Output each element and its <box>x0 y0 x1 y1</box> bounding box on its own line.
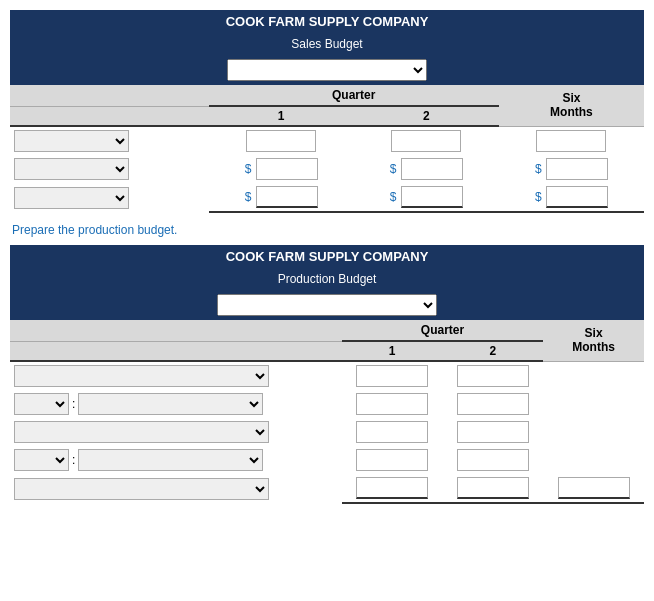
sales-dropdown-cell <box>10 55 644 85</box>
prod-row2-large-dropdown[interactable] <box>78 393 263 415</box>
sales-row2-q1-cell: $ <box>209 155 354 183</box>
prod-row4-q2-input[interactable] <box>457 449 529 471</box>
prod-row1-label-cell <box>10 361 342 390</box>
prod-row1-q2-cell <box>443 361 544 390</box>
sales-period-dropdown[interactable] <box>227 59 427 81</box>
sales-row3-six-input[interactable] <box>546 186 608 208</box>
sales-row-1 <box>10 126 644 155</box>
prod-row5-q2-input[interactable] <box>457 477 529 499</box>
prod-row4-label-cell: : <box>10 446 342 474</box>
sales-empty-header <box>10 85 209 106</box>
prod-row5-dropdown[interactable] <box>14 478 269 500</box>
prod-row-5 <box>10 474 644 503</box>
prod-row3-q2-input[interactable] <box>457 421 529 443</box>
prod-row-3 <box>10 418 644 446</box>
sales-row2-six-dollar: $ <box>535 162 542 176</box>
prod-row-1 <box>10 361 644 390</box>
sales-quarter-label: Quarter <box>209 85 499 106</box>
prod-q1-header: 1 <box>342 341 443 361</box>
sales-row3-dropdown[interactable] <box>14 187 129 209</box>
sales-row-2: $ $ $ <box>10 155 644 183</box>
prod-row2-six-cell <box>543 390 644 418</box>
prod-row3-six-cell <box>543 418 644 446</box>
prod-row5-q2-cell <box>443 474 544 503</box>
prod-row1-dropdown[interactable] <box>14 365 269 387</box>
sales-row2-q1-input[interactable] <box>256 158 318 180</box>
sales-row1-q1-input[interactable] <box>246 130 316 152</box>
sales-row-3: $ $ $ <box>10 183 644 212</box>
prod-row2-q2-input[interactable] <box>457 393 529 415</box>
prod-row4-q2-cell <box>443 446 544 474</box>
prod-company-name: COOK FARM SUPPLY COMPANY <box>10 245 644 268</box>
prod-row5-label-cell <box>10 474 342 503</box>
prod-row2-label-cell: : <box>10 390 342 418</box>
prod-quarter-label: Quarter <box>342 320 543 341</box>
instruction-text: Prepare the production budget. <box>12 223 644 237</box>
prod-row4-q1-input[interactable] <box>356 449 428 471</box>
sales-row3-q2-dollar: $ <box>390 190 397 204</box>
prod-row3-q1-input[interactable] <box>356 421 428 443</box>
prod-row4-six-cell <box>543 446 644 474</box>
sales-row3-q1-input[interactable] <box>256 186 318 208</box>
sales-row3-six-cell: $ <box>499 183 644 212</box>
sales-row2-q2-input[interactable] <box>401 158 463 180</box>
prod-row1-six-cell <box>543 361 644 390</box>
sales-row3-label-cell <box>10 183 209 212</box>
prod-six-months-label: Six Months <box>543 320 644 361</box>
sales-row3-q1-dollar: $ <box>245 190 252 204</box>
sales-row1-q1-cell <box>209 126 354 155</box>
prod-row2-q1-cell <box>342 390 443 418</box>
prod-empty-header <box>10 320 342 341</box>
prod-row2-small-dropdown[interactable] <box>14 393 69 415</box>
sales-company-name: COOK FARM SUPPLY COMPANY <box>10 10 644 33</box>
prod-row5-q1-input[interactable] <box>356 477 428 499</box>
sales-row1-dropdown[interactable] <box>14 130 129 152</box>
prod-row3-dropdown[interactable] <box>14 421 269 443</box>
sales-row2-q1-dollar: $ <box>245 162 252 176</box>
prod-row1-q1-input[interactable] <box>356 365 428 387</box>
sales-row2-label-cell <box>10 155 209 183</box>
prod-row-2: : <box>10 390 644 418</box>
prod-period-dropdown[interactable] <box>217 294 437 316</box>
prod-row5-six-input[interactable] <box>558 477 630 499</box>
sales-subheader-empty <box>10 106 209 126</box>
prod-row-4: : <box>10 446 644 474</box>
prod-row3-q1-cell <box>342 418 443 446</box>
sales-row1-label-cell <box>10 126 209 155</box>
sales-row1-q2-input[interactable] <box>391 130 461 152</box>
sales-row1-six-cell <box>499 126 644 155</box>
prod-budget-title: Production Budget <box>10 268 644 290</box>
prod-row4-q1-cell <box>342 446 443 474</box>
prod-row2-colon: : <box>72 397 75 411</box>
prod-row4-large-dropdown[interactable] <box>78 449 263 471</box>
prod-row3-q2-cell <box>443 418 544 446</box>
sales-row2-q2-dollar: $ <box>390 162 397 176</box>
prod-row1-q2-input[interactable] <box>457 365 529 387</box>
sales-q2-header: 2 <box>354 106 499 126</box>
prod-row3-label-cell <box>10 418 342 446</box>
prod-row2-q2-cell <box>443 390 544 418</box>
sales-row1-q2-cell <box>354 126 499 155</box>
sales-row1-six-input[interactable] <box>536 130 606 152</box>
prod-row2-q1-input[interactable] <box>356 393 428 415</box>
sales-row2-six-input[interactable] <box>546 158 608 180</box>
prod-dropdown-cell <box>10 290 644 320</box>
sales-row3-q2-input[interactable] <box>401 186 463 208</box>
prod-subheader-empty <box>10 341 342 361</box>
prod-row1-q1-cell <box>342 361 443 390</box>
sales-row2-six-cell: $ <box>499 155 644 183</box>
sales-budget-title: Sales Budget <box>10 33 644 55</box>
sales-six-months-label: Six Months <box>499 85 644 126</box>
sales-row3-q1-cell: $ <box>209 183 354 212</box>
prod-row4-colon: : <box>72 453 75 467</box>
prod-row4-small-dropdown[interactable] <box>14 449 69 471</box>
prod-q2-header: 2 <box>443 341 544 361</box>
sales-row2-q2-cell: $ <box>354 155 499 183</box>
prod-row5-q1-cell <box>342 474 443 503</box>
sales-row3-six-dollar: $ <box>535 190 542 204</box>
sales-q1-header: 1 <box>209 106 354 126</box>
sales-row3-q2-cell: $ <box>354 183 499 212</box>
prod-row5-six-cell <box>543 474 644 503</box>
sales-row2-dropdown[interactable] <box>14 158 129 180</box>
